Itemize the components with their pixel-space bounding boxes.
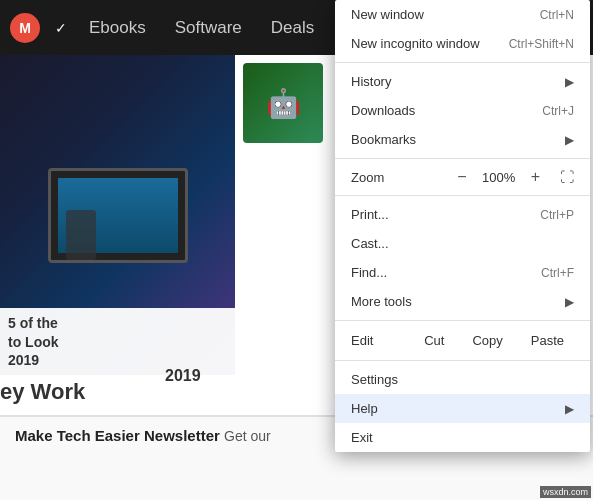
menu-item-find[interactable]: Find... Ctrl+F bbox=[335, 258, 590, 287]
new-incognito-shortcut: Ctrl+Shift+N bbox=[509, 37, 574, 51]
left-article: 5 of the to Look 2019 bbox=[0, 55, 235, 375]
find-label: Find... bbox=[351, 265, 387, 280]
zoom-label: Zoom bbox=[351, 170, 453, 185]
menu-item-new-incognito[interactable]: New incognito window Ctrl+Shift+N bbox=[335, 29, 590, 58]
logo-icon: M bbox=[10, 13, 40, 43]
edit-label: Edit bbox=[351, 333, 406, 348]
zoom-value-display: 100% bbox=[479, 170, 519, 185]
menu-item-history[interactable]: History ▶ bbox=[335, 67, 590, 96]
history-label: History bbox=[351, 74, 391, 89]
nav-item-deals[interactable]: Deals bbox=[259, 13, 326, 43]
bookmarks-arrow: ▶ bbox=[565, 133, 574, 147]
menu-item-print[interactable]: Print... Ctrl+P bbox=[335, 200, 590, 229]
separator-5 bbox=[335, 360, 590, 361]
settings-label: Settings bbox=[351, 372, 398, 387]
zoom-minus-button[interactable]: − bbox=[453, 168, 470, 186]
separator-2 bbox=[335, 158, 590, 159]
article-title: 5 of the to Look 2019 bbox=[8, 314, 227, 369]
exit-label: Exit bbox=[351, 430, 373, 445]
android-thumbnail: 🤖 bbox=[243, 63, 323, 143]
menu-item-edit: Edit Cut Copy Paste bbox=[335, 325, 590, 356]
new-window-label: New window bbox=[351, 7, 424, 22]
menu-item-bookmarks[interactable]: Bookmarks ▶ bbox=[335, 125, 590, 154]
chrome-menu[interactable]: New window Ctrl+N New incognito window C… bbox=[335, 0, 590, 452]
print-label: Print... bbox=[351, 207, 389, 222]
year-text: 2019 bbox=[165, 367, 201, 385]
site-logo: M bbox=[10, 13, 40, 43]
menu-item-exit[interactable]: Exit bbox=[335, 423, 590, 452]
menu-item-cast[interactable]: Cast... bbox=[335, 229, 590, 258]
zoom-plus-button[interactable]: + bbox=[527, 168, 544, 186]
new-window-shortcut: Ctrl+N bbox=[540, 8, 574, 22]
bookmarks-label: Bookmarks bbox=[351, 132, 416, 147]
zoom-controls[interactable]: − 100% + ⛶ bbox=[453, 168, 574, 186]
help-label: Help bbox=[351, 401, 378, 416]
work-text: ey Work bbox=[0, 379, 85, 405]
menu-item-zoom[interactable]: Zoom − 100% + ⛶ bbox=[335, 163, 590, 191]
downloads-shortcut: Ctrl+J bbox=[542, 104, 574, 118]
nav-check-icon: ✓ bbox=[55, 20, 67, 36]
nav-item-ebooks[interactable]: Ebooks bbox=[77, 13, 158, 43]
monitor-screen bbox=[58, 178, 178, 253]
print-shortcut: Ctrl+P bbox=[540, 208, 574, 222]
new-incognito-label: New incognito window bbox=[351, 36, 480, 51]
zoom-fullscreen-button[interactable]: ⛶ bbox=[560, 169, 574, 185]
find-shortcut: Ctrl+F bbox=[541, 266, 574, 280]
separator-1 bbox=[335, 62, 590, 63]
paste-button[interactable]: Paste bbox=[521, 330, 574, 351]
more-tools-arrow: ▶ bbox=[565, 295, 574, 309]
history-arrow: ▶ bbox=[565, 75, 574, 89]
menu-item-more-tools[interactable]: More tools ▶ bbox=[335, 287, 590, 316]
copy-button[interactable]: Copy bbox=[462, 330, 512, 351]
help-arrow: ▶ bbox=[565, 402, 574, 416]
cast-label: Cast... bbox=[351, 236, 389, 251]
more-tools-label: More tools bbox=[351, 294, 412, 309]
cut-button[interactable]: Cut bbox=[414, 330, 454, 351]
watermark: wsxdn.com bbox=[540, 486, 591, 498]
menu-item-downloads[interactable]: Downloads Ctrl+J bbox=[335, 96, 590, 125]
downloads-label: Downloads bbox=[351, 103, 415, 118]
nav-item-software[interactable]: Software bbox=[163, 13, 254, 43]
monitor-graphic bbox=[48, 168, 188, 263]
menu-item-new-window[interactable]: New window Ctrl+N bbox=[335, 0, 590, 29]
menu-item-settings[interactable]: Settings bbox=[335, 365, 590, 394]
menu-item-help[interactable]: Help ▶ About Google Chrome Help center R… bbox=[335, 394, 590, 423]
separator-3 bbox=[335, 195, 590, 196]
separator-4 bbox=[335, 320, 590, 321]
